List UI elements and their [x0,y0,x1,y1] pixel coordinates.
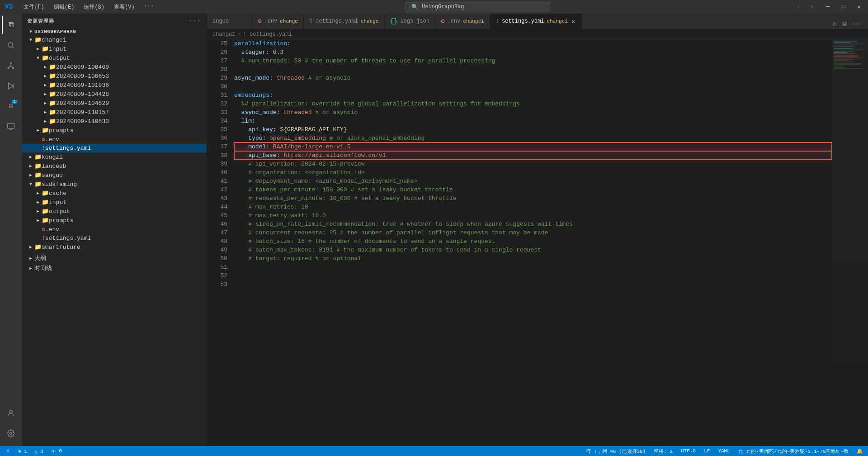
gear-icon: ⚙ [258,17,261,25]
code-line-29: async_mode: threaded # or asyncio [234,74,832,82]
menu-file[interactable]: 文件(F) [20,2,48,12]
tree-item-100653[interactable]: ▶ 📁 20240809-100653 [22,71,207,81]
status-encoding[interactable]: UTF-8 [679,448,697,454]
activity-run[interactable] [2,77,20,95]
activity-remote[interactable] [2,118,20,136]
close-button[interactable]: ✕ [855,3,863,11]
tree-item-104428[interactable]: ▶ 📁 20240809-104428 [22,90,207,99]
tree-item-sidafaming[interactable]: ▼ 📁 sidafaming [22,180,207,189]
code-line-35: api_key: ${GRAPHRAG_API_KEY} [234,125,832,134]
activity-source-control[interactable] [2,57,20,75]
tree-item-sanguo[interactable]: ▶ 📁 sanguo [22,171,207,180]
more-actions-button[interactable]: ··· [850,19,864,29]
status-remote[interactable]: 0 [49,448,63,454]
tab-label: settings.yaml [502,18,544,24]
tab-env-change[interactable]: ⚙ .env change [252,14,304,29]
status-remote-icon[interactable]: ⚡ [4,448,12,455]
sidebar-title: 资源管理器 [27,18,54,24]
code-content[interactable]: parallelization: stagger: 0.3 # num_thre… [232,39,832,446]
folder-icon: 📁 [49,81,56,89]
tree-item-cache[interactable]: ▶ 📁 cache [22,189,207,198]
code-line-25: parallelization: [234,39,832,48]
menu-edit[interactable]: 编辑(E) [50,2,78,12]
menu-select[interactable]: 选择(S) [80,2,108,12]
file-icon-env: ⚙ [42,136,45,143]
tree-item-timeline[interactable]: ▶ 时间线 [22,263,207,273]
run-button[interactable]: ▷ [832,19,838,29]
menu-more[interactable]: ··· [141,2,158,12]
nav-back-button[interactable]: ← [798,3,802,10]
status-language[interactable]: YAML [717,448,731,454]
tab-settings-yaml-change[interactable]: ! settings.yaml change [304,14,385,29]
tree-item-env[interactable]: ▶ ⚙ .env [22,135,207,144]
tree-item-env2[interactable]: ▶ ⚙ .env [22,225,207,234]
tree-item-label: 20240809-110633 [56,118,109,125]
tree-item-label: smartfuture [42,244,80,251]
tree-item-110633[interactable]: ▶ 📁 20240809-110633 [22,117,207,126]
activity-search[interactable] [2,36,20,54]
tab-logs-json[interactable]: {} logs.json [385,14,436,29]
activity-extensions[interactable]: ⊞ 1 [2,97,20,115]
activity-accounts[interactable] [2,404,20,422]
folder-icon: 📁 [42,199,49,206]
tree-item-settings2[interactable]: ▶ ! settings.yaml [22,234,207,242]
tree-item-output[interactable]: ▼ 📁 output [22,53,207,62]
tabs-bar: anguo ⚙ .env change ! settings.yaml chan… [207,14,868,29]
tab-close-button[interactable]: ✕ [571,17,576,26]
tree-item-104629[interactable]: ▶ 📁 20240809-104629 [22,99,207,108]
tree-item-change1[interactable]: ▼ 📁 change1 [22,35,207,44]
breadcrumb-file[interactable]: ! settings.yaml [243,31,292,38]
tree-item-smartfuture[interactable]: ▶ 📁 smartfuture [22,242,207,252]
tab-label: logs.json [400,18,429,24]
json-icon: {} [390,18,398,25]
sidebar-more-actions[interactable]: ··· [189,17,201,24]
search-text: UsingGraphRag [422,4,464,10]
status-line-ending[interactable]: LF [703,448,711,454]
status-warnings[interactable]: △ 0 [33,448,45,454]
status-bell[interactable]: 🔔 [855,448,864,454]
maximize-button[interactable]: □ [840,3,848,11]
tab-env-change1[interactable]: ⚙ .env change1 [435,14,490,29]
tab-settings-yaml-change1[interactable]: ! settings.yaml change1 ✕ [490,14,582,29]
status-spaces[interactable]: 空格: 2 [652,448,674,455]
tree-item-outline[interactable]: ▶ 大纲 [22,253,207,263]
code-line-38: api_base: https://api.siliconflow.cn/v1 [234,151,832,160]
code-line-36: type: openai_embedding # or azure_openai… [234,134,832,142]
tree-item-label: 20240809-104629 [56,100,109,107]
code-line-39: # api_version: 2024-02-15-preview [234,160,832,168]
folder-icon: 📁 [42,45,49,52]
status-cursor[interactable]: 行 7，列 48 (已选择38) [585,448,647,455]
status-bar-right: 行 7，列 48 (已选择38) 空格: 2 UTF-8 LF YAML 元 元… [585,448,864,455]
menu-view[interactable]: 查看(V) [110,2,138,12]
tree-item-100409[interactable]: ▶ 📁 20240809-100409 [22,62,207,71]
status-errors[interactable]: ⊗ 1 [17,448,28,454]
tree-item-101936[interactable]: ▶ 📁 20240809-101936 [22,81,207,90]
search-box[interactable]: 🔍 UsingGraphRag [406,2,550,12]
tree-item-output2[interactable]: ▶ 📁 output [22,207,207,216]
folder-icon: 📁 [49,118,56,125]
breadcrumb-change1[interactable]: change1 [212,31,235,38]
tree-root[interactable]: ▼ USINGGRAPHRAG [22,28,207,35]
tree-item-110157[interactable]: ▶ 📁 20240809-110157 [22,108,207,117]
tab-badge: change1 [463,19,484,24]
tree-item-kongzi[interactable]: ▶ 📁 kongzi [22,152,207,162]
tree-item-input2[interactable]: ▶ 📁 input [22,198,207,207]
split-editor-button[interactable]: ⧉ [841,19,848,29]
title-bar: VS 文件(F) 编辑(E) 选择(S) 查看(V) ··· 🔍 UsingGr… [0,0,868,14]
status-bar: ⚡ ⊗ 1 △ 0 0 行 7，列 48 (已选择38) 空格: 2 UTF-8… [0,446,868,456]
tree-item-label: .env [45,226,59,233]
minimap-content [832,39,868,446]
tree-item-lancedb[interactable]: ▶ 📁 lancedb [22,162,207,171]
tree-item-prompts2[interactable]: ▶ 📁 prompts [22,216,207,225]
nav-forward-button[interactable]: → [809,3,812,10]
code-line-37: model: BAAI/bge-large-en-v1.5 [234,142,832,151]
status-user-info[interactable]: 元 元的-美洲鸵/元的-美洲鸵-3.1-70基地址-教 [737,448,850,455]
tree-item-input[interactable]: ▶ 📁 input [22,44,207,53]
tab-anguo[interactable]: anguo [207,14,252,29]
activity-settings[interactable] [2,424,20,442]
tree-item-prompts[interactable]: ▶ 📁 prompts [22,126,207,135]
activity-explorer[interactable]: ⧉ [2,16,20,34]
menu-bar[interactable]: 文件(F) 编辑(E) 选择(S) 查看(V) ··· [20,2,157,12]
minimize-button[interactable]: ─ [824,3,832,11]
tree-item-settings-yaml[interactable]: ▶ ! settings.yaml [22,144,207,152]
